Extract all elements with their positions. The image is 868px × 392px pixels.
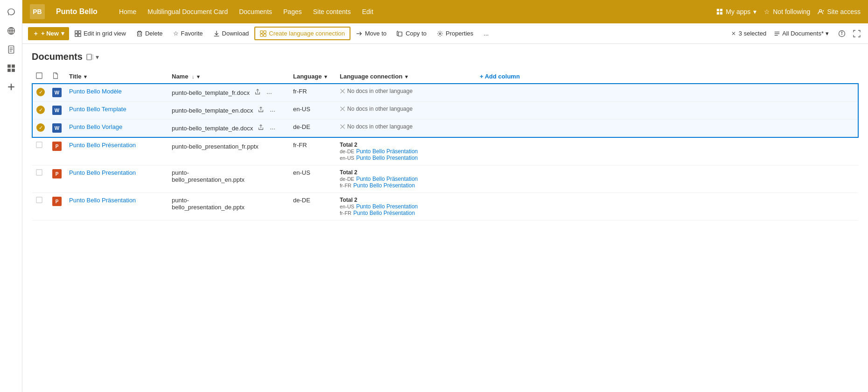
more-options-icon[interactable]: ··· (268, 106, 277, 115)
connection-file-link[interactable]: Punto Bello Presentation (356, 155, 418, 161)
svg-rect-33 (264, 34, 266, 36)
file-title-link[interactable]: Punto Bello Presentation (69, 169, 136, 176)
language-connection-link[interactable]: fr-FR Punto Bello Présentation (340, 210, 472, 216)
edit-grid-button[interactable]: Edit in grid view (70, 28, 131, 39)
nav-home[interactable]: Home (114, 5, 141, 18)
row-checkbox[interactable] (32, 193, 49, 221)
site-access-button[interactable]: Site access (818, 8, 861, 15)
my-apps-button[interactable]: My apps ▾ (716, 8, 756, 15)
content-area: Documents ▾ Title (22, 44, 868, 392)
table-row[interactable]: PPunto Bello Presentation punto-bello_pr… (32, 165, 858, 193)
language-connection-link[interactable]: en-US Punto Bello Presentation (340, 203, 472, 210)
row-name: punto-bello_presentation_de.pptx ··· (168, 193, 289, 221)
row-title[interactable]: Punto Bello Template (65, 102, 168, 120)
table-row[interactable]: PPunto Bello Präsentation punto-bello_pr… (32, 193, 858, 221)
header-language[interactable]: Language ▾ (289, 70, 336, 84)
all-docs-dropdown[interactable]: All Documents* ▾ (770, 28, 833, 39)
row-title[interactable]: Punto Bello Präsentation (65, 193, 168, 221)
connection-file-link[interactable]: Punto Bello Presentation (356, 203, 418, 210)
nav-site-contents[interactable]: Site contents (308, 5, 356, 18)
create-language-connection-button[interactable]: Create language connection (254, 27, 350, 40)
title-view-toggle[interactable]: ▾ (86, 53, 99, 61)
row-title[interactable]: Punto Bello Presentation (65, 165, 168, 193)
sidebar-icon-globe[interactable] (3, 22, 20, 39)
deselect-icon[interactable]: ✕ (731, 30, 736, 37)
more-options-icon[interactable]: ··· (268, 124, 277, 133)
file-title-link[interactable]: Punto Bello Template (69, 106, 126, 113)
row-checkbox[interactable] (32, 137, 49, 165)
not-following-button[interactable]: ☆ Not following (764, 8, 810, 15)
row-checkbox[interactable]: ✓ (32, 102, 49, 120)
row-language: en-US (289, 165, 336, 193)
nav-multilingual[interactable]: Multilingual Document Card (143, 5, 232, 18)
more-options-icon[interactable]: ··· (276, 199, 286, 208)
share-icon[interactable] (264, 171, 274, 181)
more-options-icon[interactable]: ··· (276, 171, 286, 181)
language-connection-link[interactable]: de-DE Punto Bello Präsentation (340, 148, 472, 155)
language-connection-link[interactable]: de-DE Punto Bello Präsentation (340, 176, 472, 182)
info-button[interactable] (836, 28, 847, 39)
share-icon[interactable] (256, 106, 266, 115)
language-connection-link[interactable]: en-US Punto Bello Presentation (340, 155, 472, 161)
share-icon[interactable] (264, 199, 274, 209)
svg-rect-63 (36, 170, 42, 175)
sidebar-icon-chat[interactable] (3, 4, 20, 21)
nav-edit[interactable]: Edit (357, 5, 378, 18)
documents-table: Title ▾ Name ↓ ▾ Language ▾ (32, 70, 859, 221)
nav-pages[interactable]: Pages (279, 5, 307, 18)
sidebar-icon-plus[interactable] (3, 78, 20, 95)
connection-file-link[interactable]: Punto Bello Présentation (353, 182, 415, 189)
row-title[interactable]: Punto Bello Vorlage (65, 120, 168, 138)
row-checkbox[interactable]: ✓ (32, 120, 49, 138)
row-file-icon: P (49, 137, 65, 165)
header-title[interactable]: Title ▾ (65, 70, 168, 84)
header-name[interactable]: Name ↓ ▾ (168, 70, 289, 84)
expand-button[interactable] (851, 28, 862, 39)
properties-button[interactable]: Properties (432, 28, 478, 39)
site-logo: PB (30, 4, 45, 19)
download-button[interactable]: Download (209, 28, 254, 39)
word-icon: W (52, 106, 62, 115)
connection-file-link[interactable]: Punto Bello Présentation (353, 210, 415, 216)
row-checkbox[interactable]: ✓ (32, 84, 49, 102)
table-row[interactable]: ✓WPunto Bello Modèle punto-bello_templat… (32, 84, 858, 102)
sidebar-icon-page[interactable] (3, 41, 20, 58)
share-icon[interactable] (261, 142, 272, 151)
svg-rect-32 (260, 34, 263, 36)
more-options-icon[interactable]: ··· (265, 88, 274, 98)
table-row[interactable]: PPunto Bello Présentation punto-bello_pr… (32, 137, 858, 165)
language-value: de-DE (293, 197, 310, 204)
more-options-icon[interactable]: ··· (273, 142, 283, 151)
header-checkbox[interactable] (32, 70, 49, 84)
table-row[interactable]: ✓WPunto Bello Vorlage punto-bello_templa… (32, 120, 858, 138)
language-connection-link[interactable]: fr-FR Punto Bello Présentation (340, 182, 472, 189)
header-language-connection[interactable]: Language connection ▾ (336, 70, 476, 84)
delete-button[interactable]: Delete (132, 28, 168, 39)
name-sort-icon: ↓ (192, 74, 195, 79)
connection-file-link[interactable]: Punto Bello Präsentation (356, 176, 418, 182)
nav-documents[interactable]: Documents (234, 5, 277, 18)
share-icon[interactable] (256, 123, 266, 133)
table-row[interactable]: ✓WPunto Bello Template punto-bello_templ… (32, 102, 858, 120)
file-title-link[interactable]: Punto Bello Modèle (69, 88, 122, 95)
favorite-button[interactable]: ☆ Favorite (168, 28, 208, 39)
header-add-column[interactable]: + Add column (476, 70, 858, 84)
sidebar-icon-grid[interactable] (3, 60, 20, 77)
row-actions: ··· (252, 88, 274, 98)
file-title-link[interactable]: Punto Bello Vorlage (69, 123, 122, 130)
file-title-link[interactable]: Punto Bello Präsentation (69, 197, 136, 204)
move-to-button[interactable]: Move to (351, 28, 391, 39)
more-button[interactable]: ... (479, 28, 493, 39)
file-title-link[interactable]: Punto Bello Présentation (69, 142, 136, 149)
row-title[interactable]: Punto Bello Modèle (65, 84, 168, 102)
language-dropdown-icon: ▾ (324, 74, 327, 79)
check-circle: ✓ (36, 106, 45, 114)
row-checkbox[interactable] (32, 165, 49, 193)
share-icon[interactable] (252, 88, 263, 98)
copy-to-button[interactable]: Copy to (392, 28, 431, 39)
language-connection-col-label: Language connection (340, 73, 402, 80)
svg-rect-8 (7, 64, 11, 68)
connection-file-link[interactable]: Punto Bello Präsentation (356, 148, 418, 155)
new-button[interactable]: ＋ + New ▾ (28, 27, 69, 40)
row-title[interactable]: Punto Bello Présentation (65, 137, 168, 165)
